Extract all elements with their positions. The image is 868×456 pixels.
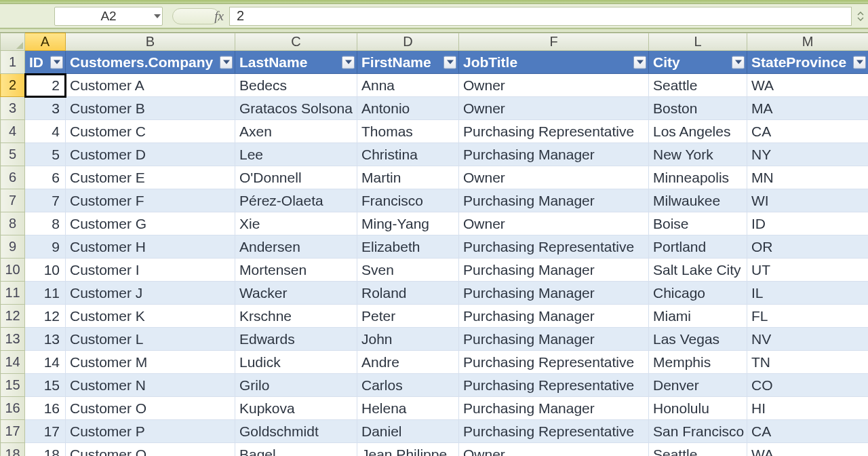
column-letter-header[interactable]: B <box>66 33 235 51</box>
cell-id[interactable]: 6 <box>25 166 66 189</box>
row-header[interactable]: 16 <box>1 397 25 420</box>
row-header[interactable]: 4 <box>1 120 25 143</box>
cell-jobtitle[interactable]: Owner <box>459 74 649 97</box>
table-row[interactable]: 1818Customer QBagelJean PhilippeOwnerSea… <box>1 443 869 457</box>
cell-state[interactable]: CA <box>747 420 869 443</box>
cell-id[interactable]: 15 <box>25 374 66 397</box>
cell-state[interactable]: WA <box>747 443 869 457</box>
cell-city[interactable]: Las Vegas <box>649 328 747 351</box>
cell-jobtitle[interactable]: Purchasing Manager <box>459 328 649 351</box>
cell-state[interactable]: HI <box>747 397 869 420</box>
cell-state[interactable]: TN <box>747 351 869 374</box>
cell-lastname[interactable]: Andersen <box>235 235 357 259</box>
column-header-jobtitle[interactable]: JobTitle <box>459 51 649 74</box>
cell-firstname[interactable]: Peter <box>357 305 459 328</box>
cell-company[interactable]: Customer M <box>66 351 235 374</box>
cell-id[interactable]: 10 <box>25 259 66 282</box>
cell-id[interactable]: 18 <box>25 443 66 457</box>
worksheet-grid[interactable]: ABCDFLM 1 ID Customers.Company LastName … <box>0 33 868 456</box>
cell-jobtitle[interactable]: Purchasing Manager <box>459 189 649 212</box>
column-letter-header[interactable]: L <box>649 33 747 51</box>
cell-jobtitle[interactable]: Purchasing Representative <box>459 235 649 259</box>
cell-jobtitle[interactable]: Purchasing Manager <box>459 397 649 420</box>
cell-id[interactable]: 9 <box>25 235 66 259</box>
cell-state[interactable]: WI <box>747 189 869 212</box>
cell-id[interactable]: 7 <box>25 189 66 212</box>
cell-state[interactable]: FL <box>747 305 869 328</box>
column-header-lastname[interactable]: LastName <box>235 51 357 74</box>
row-header[interactable]: 5 <box>1 143 25 166</box>
cell-state[interactable]: MN <box>747 166 869 189</box>
cell-lastname[interactable]: Wacker <box>235 282 357 305</box>
cell-company[interactable]: Customer E <box>66 166 235 189</box>
table-row[interactable]: 99Customer HAndersenElizabethPurchasing … <box>1 235 869 259</box>
cell-jobtitle[interactable]: Purchasing Representative <box>459 120 649 143</box>
cell-lastname[interactable]: Ludick <box>235 351 357 374</box>
cell-id[interactable]: 13 <box>25 328 66 351</box>
cell-id[interactable]: 14 <box>25 351 66 374</box>
cell-jobtitle[interactable]: Owner <box>459 166 649 189</box>
column-header-firstname[interactable]: FirstName <box>357 51 459 74</box>
row-header[interactable]: 17 <box>1 420 25 443</box>
cell-lastname[interactable]: Gratacos Solsona <box>235 97 357 120</box>
cell-city[interactable]: New York <box>649 143 747 166</box>
cell-jobtitle[interactable]: Owner <box>459 97 649 120</box>
cell-city[interactable]: Honolulu <box>649 397 747 420</box>
cell-firstname[interactable]: Carlos <box>357 374 459 397</box>
column-header-stateprovince[interactable]: StateProvince <box>747 51 869 74</box>
cell-lastname[interactable]: Krschne <box>235 305 357 328</box>
cell-jobtitle[interactable]: Purchasing Manager <box>459 143 649 166</box>
cell-firstname[interactable]: Martin <box>357 166 459 189</box>
cell-lastname[interactable]: Bagel <box>235 443 357 457</box>
cell-company[interactable]: Customer B <box>66 97 235 120</box>
cell-id[interactable]: 11 <box>25 282 66 305</box>
cell-city[interactable]: Boise <box>649 212 747 235</box>
cell-firstname[interactable]: Ming-Yang <box>357 212 459 235</box>
cell-firstname[interactable]: Helena <box>357 397 459 420</box>
cell-id[interactable]: 2 <box>25 74 66 97</box>
cell-city[interactable]: Memphis <box>649 351 747 374</box>
row-header[interactable]: 13 <box>1 328 25 351</box>
cell-city[interactable]: Denver <box>649 374 747 397</box>
cell-city[interactable]: Portland <box>649 235 747 259</box>
cell-firstname[interactable]: Thomas <box>357 120 459 143</box>
column-letter-header[interactable]: A <box>25 33 66 51</box>
cell-jobtitle[interactable]: Purchasing Manager <box>459 282 649 305</box>
cell-city[interactable]: Miami <box>649 305 747 328</box>
select-all-corner[interactable] <box>1 33 25 51</box>
cell-state[interactable]: CO <box>747 374 869 397</box>
table-row[interactable]: 33Customer BGratacos SolsonaAntonioOwner… <box>1 97 869 120</box>
cell-company[interactable]: Customer O <box>66 397 235 420</box>
row-header[interactable]: 15 <box>1 374 25 397</box>
cell-city[interactable]: Salt Lake City <box>649 259 747 282</box>
cell-lastname[interactable]: Kupkova <box>235 397 357 420</box>
cell-id[interactable]: 8 <box>25 212 66 235</box>
cell-id[interactable]: 16 <box>25 397 66 420</box>
cell-firstname[interactable]: Andre <box>357 351 459 374</box>
row-header[interactable]: 18 <box>1 443 25 457</box>
cell-company[interactable]: Customer D <box>66 143 235 166</box>
cell-lastname[interactable]: Edwards <box>235 328 357 351</box>
cell-id[interactable]: 17 <box>25 420 66 443</box>
cell-lastname[interactable]: Bedecs <box>235 74 357 97</box>
row-header[interactable]: 14 <box>1 351 25 374</box>
cell-firstname[interactable]: John <box>357 328 459 351</box>
cell-firstname[interactable]: Francisco <box>357 189 459 212</box>
fx-button-area[interactable]: fx <box>168 7 229 26</box>
cell-jobtitle[interactable]: Purchasing Representative <box>459 374 649 397</box>
cell-firstname[interactable]: Daniel <box>357 420 459 443</box>
cell-firstname[interactable]: Antonio <box>357 97 459 120</box>
filter-button[interactable] <box>342 56 355 69</box>
cell-state[interactable]: NY <box>747 143 869 166</box>
cell-company[interactable]: Customer H <box>66 235 235 259</box>
filter-button[interactable] <box>633 56 646 69</box>
formula-bar-expand-icon[interactable] <box>856 7 865 26</box>
cell-company[interactable]: Customer L <box>66 328 235 351</box>
cell-city[interactable]: Seattle <box>649 443 747 457</box>
cell-lastname[interactable]: Grilo <box>235 374 357 397</box>
cell-city[interactable]: Chicago <box>649 282 747 305</box>
cell-lastname[interactable]: O'Donnell <box>235 166 357 189</box>
column-header-company[interactable]: Customers.Company <box>66 51 235 74</box>
filter-button[interactable] <box>443 56 456 69</box>
column-letter-header[interactable]: M <box>747 33 869 51</box>
